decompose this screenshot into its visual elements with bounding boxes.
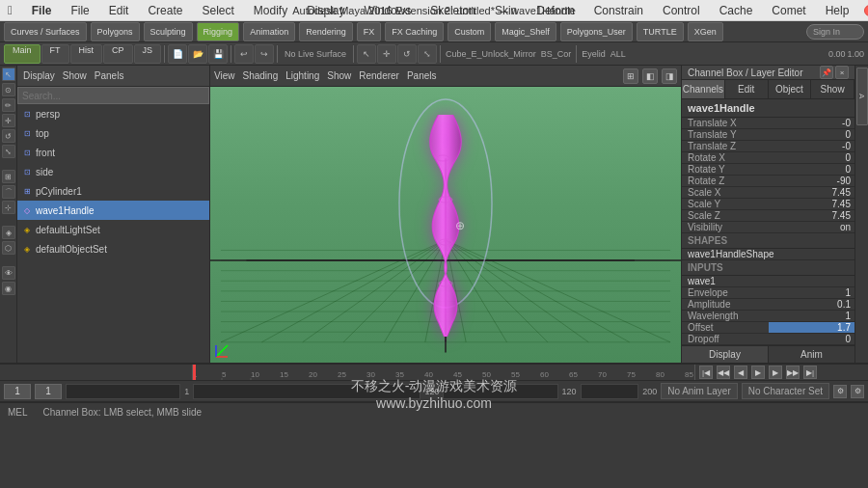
shelf-polygons-user[interactable]: Polygons_User (560, 22, 633, 41)
timeline-prev-key[interactable]: ◀◀ (717, 366, 730, 379)
shelf-fxcaching[interactable]: FX Caching (385, 22, 444, 41)
outliner-item-persp[interactable]: ⊡ persp (17, 104, 209, 123)
shelf-fx[interactable]: FX (357, 22, 382, 41)
move-icon[interactable]: ✛ (377, 44, 396, 64)
channel-translate-z[interactable]: Translate Z -0 (682, 141, 854, 152)
shelf-rendering[interactable]: Rendering (299, 22, 353, 41)
new-scene-icon[interactable]: 📄 (168, 44, 187, 64)
outliner-item-defaultlightset[interactable]: ◈ defaultLightSet (17, 220, 209, 239)
shelf-animation[interactable]: Animation (243, 22, 295, 41)
show-label[interactable]: Show (63, 70, 87, 81)
outliner-item-side[interactable]: ⊡ side (17, 162, 209, 181)
shelf-polygons[interactable]: Polygons (91, 22, 140, 41)
viewport-panel[interactable]: View Shading Lighting Show Renderer Pane… (210, 66, 681, 363)
lasso-tool-btn[interactable]: ⊙ (2, 83, 15, 96)
show-hide-btn[interactable]: 👁 (2, 266, 15, 280)
channel-scale-y[interactable]: Scale Y 7.45 (682, 199, 854, 210)
timeline-skip-end[interactable]: ▶| (803, 366, 817, 379)
outliner-item-front[interactable]: ⊡ front (17, 143, 209, 162)
select-icon[interactable]: ↖ (357, 44, 376, 64)
rotate-icon[interactable]: ↺ (397, 44, 417, 64)
snap-point-btn[interactable]: ⊹ (2, 201, 15, 214)
channel-visibility[interactable]: Visibility on (682, 222, 854, 233)
vp-renderer-menu[interactable]: Renderer (359, 70, 399, 81)
display-label[interactable]: Display (23, 70, 55, 81)
ipr-btn[interactable]: ⬡ (2, 241, 15, 255)
save-scene-icon[interactable]: 💾 (208, 44, 228, 64)
rotate-tool-btn[interactable]: ↺ (2, 129, 15, 143)
channel-scale-x[interactable]: Scale X 7.45 (682, 187, 854, 199)
sign-in-btn[interactable]: Sign In (806, 24, 864, 40)
channel-translate-x[interactable]: Translate X -0 (682, 118, 854, 129)
shapes-name-row[interactable]: wave1HandleShape (682, 249, 854, 260)
outliner-item-defaultobjectset[interactable]: ◈ defaultObjectSet (17, 239, 209, 258)
menu-comet[interactable]: Comet (768, 2, 809, 19)
vp-shading-menu[interactable]: Shading (243, 70, 279, 81)
outliner-item-top[interactable]: ⊡ top (17, 123, 209, 143)
viewport-3d[interactable]: ⊕ (210, 87, 681, 363)
cb-tab-edit[interactable]: Edit (725, 80, 769, 98)
outliner-item-wave1handle[interactable]: ◇ wave1Handle (17, 201, 209, 220)
select-tool-btn[interactable]: ↖ (2, 68, 15, 81)
shelf-curves[interactable]: Curves / Surfaces (4, 22, 87, 41)
menu-create[interactable]: Create (144, 2, 186, 19)
cb-close-btn[interactable]: × (835, 66, 849, 79)
menu-modify[interactable]: Modify (250, 2, 291, 19)
channel-translate-y[interactable]: Translate Y 0 (682, 129, 854, 141)
range-track-end[interactable] (443, 384, 557, 399)
open-scene-icon[interactable]: 📂 (188, 44, 207, 64)
inputs-name-row[interactable]: wave1 (682, 276, 854, 287)
shelf-turtle[interactable]: TURTLE (637, 22, 684, 41)
cb-pin-btn[interactable]: 📌 (820, 66, 833, 79)
frame-range-track[interactable] (66, 384, 180, 399)
channel-rotate-x[interactable]: Rotate X 0 (682, 152, 854, 164)
cb-tab-channels[interactable]: Channels (682, 80, 725, 98)
input-envelope[interactable]: Envelope 1 (682, 287, 854, 299)
cb-tab-show[interactable]: Show (811, 80, 854, 98)
redo-icon[interactable]: ↪ (255, 44, 274, 64)
vp-show-menu[interactable]: Show (327, 70, 351, 81)
anim-settings-btn[interactable]: ⚙ (833, 385, 847, 398)
isolate-btn[interactable]: ◉ (2, 282, 15, 295)
tab-js[interactable]: JS (134, 44, 162, 64)
current-frame-input[interactable] (35, 384, 62, 399)
move-tool-btn[interactable]: ✛ (2, 114, 15, 127)
scale-icon[interactable]: ⤡ (418, 44, 437, 64)
cb-tab-object[interactable]: Object (769, 80, 812, 98)
tab-ft[interactable]: FT (41, 44, 69, 64)
vp-icon-3[interactable]: ◨ (662, 68, 677, 84)
menu-control[interactable]: Control (659, 2, 704, 19)
char-settings-btn[interactable]: ⚙ (851, 385, 864, 398)
menu-help[interactable]: Help (822, 2, 854, 19)
scale-tool-btn[interactable]: ⤡ (2, 145, 15, 158)
timeline-prev-frame[interactable]: ◀ (734, 366, 747, 379)
snap-grid-btn[interactable]: ⊞ (2, 170, 15, 183)
tab-main[interactable]: Main (4, 44, 41, 64)
input-dropoff[interactable]: Dropoff 0 (682, 334, 854, 345)
vp-lighting-menu[interactable]: Lighting (285, 70, 319, 81)
vp-panels-menu[interactable]: Panels (407, 70, 437, 81)
display-tab[interactable]: Display (682, 346, 769, 363)
panels-label[interactable]: Panels (95, 70, 124, 81)
shelf-rigging[interactable]: Rigging (197, 22, 240, 41)
render-btn[interactable]: ◈ (2, 226, 15, 239)
timeline-play-btn[interactable]: ▶ (751, 366, 765, 379)
tab-cp[interactable]: CP (103, 44, 133, 64)
snap-curve-btn[interactable]: ⌒ (2, 185, 15, 199)
menu-constrain[interactable]: Constrain (590, 2, 647, 19)
channel-scale-z[interactable]: Scale Z 7.45 (682, 210, 854, 222)
menu-cache[interactable]: Cache (716, 2, 757, 19)
timeline-next-key[interactable]: ▶▶ (786, 366, 800, 379)
close-button[interactable] (864, 5, 868, 16)
menu-edit[interactable]: Edit (105, 2, 133, 19)
shelf-sculpting[interactable]: Sculpting (144, 22, 193, 41)
range-track-main[interactable] (193, 384, 420, 399)
input-amplitude[interactable]: Amplitude 0.1 (682, 299, 854, 311)
range-track-post[interactable] (581, 384, 639, 399)
outliner-item-pcylinder[interactable]: ⊞ pCylinder1 (17, 181, 209, 201)
timeline-skip-start[interactable]: |◀ (699, 366, 713, 379)
channel-rotate-y[interactable]: Rotate Y 0 (682, 164, 854, 176)
menu-maya[interactable]: File (28, 2, 56, 19)
vp-icon-1[interactable]: ⊞ (623, 68, 638, 84)
paint-tool-btn[interactable]: ✏ (2, 98, 15, 112)
